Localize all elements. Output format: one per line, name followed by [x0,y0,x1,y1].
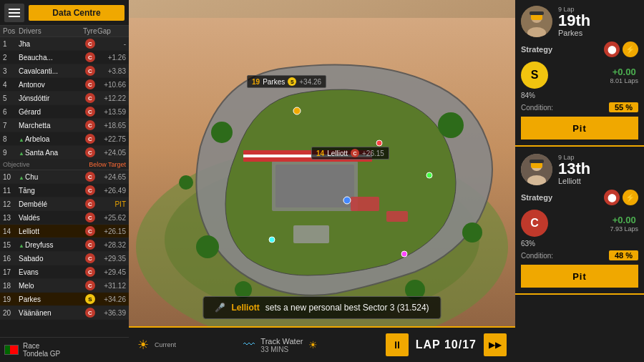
table-header: Pos Drivers Tyre Gap [0,26,129,37]
pit-button-1[interactable]: Pit [521,117,638,140]
svg-rect-8 [351,197,379,211]
svg-point-14 [196,235,219,258]
table-row: 1 Jha C - [0,37,129,51]
condition-value-1: 55 % [609,102,638,112]
col-pos: Pos [3,27,19,35]
avatar-parkes [521,6,552,37]
left-panel: Data Centre Pos Drivers Tyre Gap 1 Jha C… [0,0,129,362]
strategy-label-1: Strategy [521,45,552,54]
right-panel: 9 Lap 19th Parkes Strategy ⬤ ⚡ S +0.00 8… [515,0,644,362]
svg-point-22 [401,251,407,257]
notification-banner: 🎤 Lelliott sets a new personal best Sect… [203,296,441,319]
menu-button[interactable] [4,4,24,22]
col-tyre: Tyre [83,27,97,35]
gp-label: Tondela GP [23,350,60,358]
objective-divider: Objective Below Target [0,160,129,170]
col-gap: Gap [97,27,126,35]
svg-point-19 [343,197,351,204]
table-row-parkes: 19 Parkes S +34.26 [0,293,129,306]
condition-label-2: Condition: [521,252,553,260]
strategy-icon-yellow-2[interactable]: ⚡ [623,190,638,205]
parkes-position: 19th [558,13,638,29]
notification-text: sets a new personal best Sector 3 (31.52… [265,303,429,313]
race-label: Race [23,342,60,350]
driver-card-parkes: 9 Lap 19th Parkes Strategy ⬤ ⚡ S +0.00 8… [515,0,644,147]
svg-point-23 [269,237,275,243]
svg-rect-10 [293,225,329,243]
parkes-name: Parkes [558,29,638,37]
table-row: 20 Väänänen C +36.39 [0,306,129,320]
laps-label-2: 7.93 Laps [610,225,638,233]
strategy-icon-yellow-1[interactable]: ⚡ [623,41,638,57]
strategy-icon-red-2[interactable]: ⬤ [604,190,620,205]
water-icon: 〰 [243,338,255,351]
svg-point-21 [426,172,432,178]
main-track-area: 19 Parkes S +34.26 14 Lelliott C +26.15 … [129,0,515,362]
portugal-flag [4,345,19,355]
table-row: 3 Cavalcanti... C +3.83 [0,64,129,78]
tyre-display-2: C [521,210,548,237]
table-row: 6 Gérard C +13.59 [0,105,129,119]
table-row: 11 Tāng C +26.49 [0,184,129,197]
table-row: 2 Beaucha... C +1.26 [0,51,129,64]
table-row: 17 Evans C +29.45 [0,265,129,279]
table-row: 9 ▲Santa Ana C +24.05 [0,146,129,160]
data-centre-button[interactable]: Data Centre [29,5,125,21]
race-info: Race Tondela GP [0,337,129,362]
table-row: 18 Melo C +31.12 [0,279,129,293]
header-bar: Data Centre [0,0,129,26]
svg-point-13 [462,222,482,243]
table-row: 5 Jónsdóttir C +12.22 [0,92,129,105]
svg-point-11 [211,122,233,143]
mic-icon: 🎤 [215,303,225,313]
col-drivers: Drivers [19,27,83,35]
delta-value-1: +0.00 [610,67,638,77]
svg-point-12 [438,112,464,138]
avatar-lelliott [521,154,552,185]
time-label: 33 MINS [260,346,303,353]
standings-table: Pos Drivers Tyre Gap 1 Jha C - 2 Beaucha… [0,26,129,337]
table-row: 4 Antonov C +10.66 [0,78,129,92]
svg-rect-28 [530,11,544,15]
table-row: 10 ▲Chu C +24.65 [0,170,129,184]
sun-icon-2: ☀ [308,339,318,351]
weather-group: ☀ Current [137,337,176,353]
pause-button[interactable]: ⏸ [386,333,409,356]
svg-point-17 [179,175,193,190]
table-row: 12 Dembélé C PIT [0,197,129,211]
tyre-pct-1: 84% [521,92,535,99]
strategy-label-2: Strategy [521,193,552,202]
table-row: 7 Marchetta C +18.65 [0,119,129,132]
tyre-display-1: S [521,62,548,89]
table-row: 8 ▲Arbeloa C +22.75 [0,132,129,146]
car-label-parkes: 19 Parkes S +34.26 [247,75,326,88]
lelliott-name: Lelliott [558,177,638,185]
lap-display: ⏸ LAP 10/17 ▶▶ [386,333,507,356]
car-label-lelliott: 14 Lelliott C +26.15 [311,147,389,160]
table-row: 13 Valdés C +25.62 [0,211,129,225]
delta-value-2: +0.00 [610,215,638,225]
svg-point-20 [376,140,382,146]
svg-rect-33 [530,160,544,163]
current-label: Current [155,341,176,348]
notification-driver: Lelliott [231,303,259,313]
track-water-group: 〰 Track Water 33 MINS ☀ [243,337,318,353]
condition-label-1: Condition: [521,104,553,112]
pit-button-2[interactable]: Pit [521,265,638,288]
fast-forward-button[interactable]: ▶▶ [484,333,507,356]
driver-card-lelliott: 9 Lap 13th Lelliott Strategy ⬤ ⚡ C +0.00… [515,148,644,295]
svg-point-18 [293,107,301,114]
svg-rect-9 [386,211,408,222]
strategy-icon-red-1[interactable]: ⬤ [604,41,620,57]
table-row: 15 ▲Dreyfuss C +28.32 [0,238,129,252]
bottom-bar: ☀ Current 〰 Track Water 33 MINS ☀ ⏸ LAP … [129,326,515,362]
table-row: 16 Sabado C +29.35 [0,252,129,265]
lap-counter: LAP 10/17 [416,338,477,351]
svg-rect-4 [275,165,354,207]
sun-icon: ☀ [137,337,149,353]
tyre-pct-2: 63% [521,240,535,248]
table-row-lelliott: 14 Lelliott C +26.15 [0,225,129,238]
track-water-label: Track Water [260,337,303,346]
lelliott-position: 13th [558,161,638,177]
condition-value-2: 48 % [609,250,638,260]
